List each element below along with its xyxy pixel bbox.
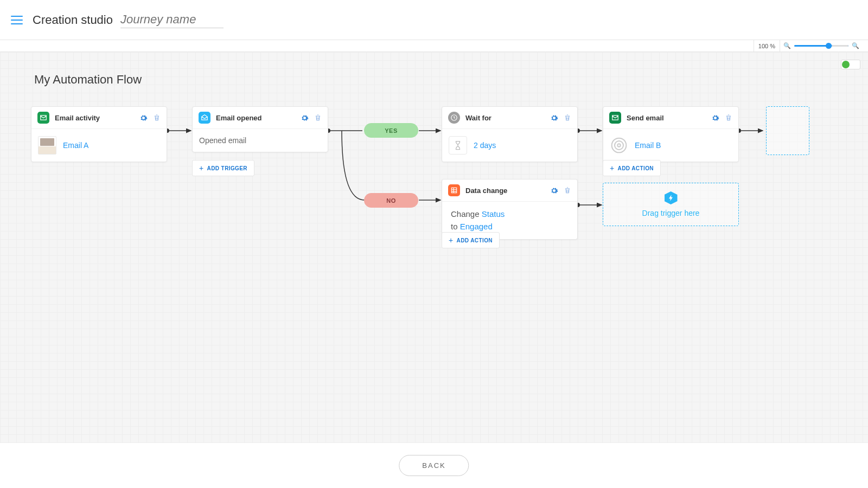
dropzone-trigger[interactable]: Drag trigger here <box>603 183 739 226</box>
svg-point-15 <box>617 144 620 146</box>
node-value[interactable]: Email B <box>635 141 661 150</box>
envelope-icon <box>37 112 49 124</box>
trash-icon[interactable] <box>725 113 732 122</box>
trash-icon[interactable] <box>314 113 322 122</box>
zoom-percent: 100 % <box>754 40 780 52</box>
envelope-icon <box>609 112 621 124</box>
node-title: Wait for <box>465 114 545 122</box>
gear-icon[interactable] <box>550 114 558 122</box>
text-to: to <box>451 222 460 231</box>
zoom-in-icon[interactable]: 🔍 <box>852 42 859 49</box>
zoom-slider[interactable] <box>794 45 848 47</box>
back-button[interactable]: BACK <box>399 455 469 476</box>
add-action-button-2[interactable]: +ADD ACTION <box>442 232 500 248</box>
node-title: Data change <box>465 187 545 195</box>
add-action-button[interactable]: +ADD ACTION <box>603 160 661 176</box>
zoom-bar: 100 % 🔍 🔍 <box>0 40 868 52</box>
spiral-icon <box>610 136 628 155</box>
zoom-control[interactable]: 🔍 🔍 <box>780 42 863 49</box>
journey-name-input[interactable] <box>120 11 224 28</box>
svg-rect-16 <box>451 188 456 192</box>
node-data-change[interactable]: Data change Change Status to Engaged <box>442 179 578 240</box>
node-email-activity[interactable]: Email activity Email A <box>31 106 167 162</box>
node-email-opened[interactable]: Email opened Opened email <box>192 106 328 152</box>
node-wait-for[interactable]: Wait for 2 days <box>442 106 578 162</box>
trash-icon[interactable] <box>564 113 571 122</box>
node-send-email[interactable]: Send email Email B <box>603 106 739 162</box>
branch-no[interactable]: NO <box>364 193 418 208</box>
add-trigger-label: ADD TRIGGER <box>207 165 247 171</box>
add-action-label: ADD ACTION <box>457 237 493 243</box>
plus-icon: + <box>610 164 615 172</box>
text-change: Change <box>451 209 482 219</box>
gear-icon[interactable] <box>301 114 309 122</box>
studio-title: Creation studio <box>33 13 113 27</box>
add-trigger-button[interactable]: +ADD TRIGGER <box>192 160 254 176</box>
lightning-icon <box>665 191 678 204</box>
svg-point-14 <box>615 141 623 150</box>
node-value[interactable]: Email A <box>63 141 88 150</box>
field-status[interactable]: Status <box>482 209 505 219</box>
trash-icon[interactable] <box>153 113 161 122</box>
flow-title: My Automation Flow <box>34 73 142 87</box>
svg-point-13 <box>612 138 627 153</box>
menu-icon[interactable] <box>11 16 23 24</box>
topbar: Creation studio <box>0 0 868 40</box>
node-value: Opened email <box>199 136 246 145</box>
add-action-label: ADD ACTION <box>618 165 654 171</box>
gear-icon[interactable] <box>550 187 558 195</box>
zoom-out-icon[interactable]: 🔍 <box>783 42 791 49</box>
node-value[interactable]: 2 days <box>474 141 496 150</box>
plus-icon: + <box>199 164 204 172</box>
grid-icon <box>448 184 460 196</box>
empty-slot[interactable] <box>766 106 809 155</box>
grid-toggle[interactable] <box>841 60 860 69</box>
node-title: Send email <box>627 114 706 122</box>
plus-icon: + <box>449 236 454 245</box>
node-title: Email opened <box>216 114 295 122</box>
field-engaged[interactable]: Engaged <box>460 222 493 231</box>
gear-icon[interactable] <box>711 114 719 122</box>
node-title: Email activity <box>55 114 134 122</box>
trash-icon[interactable] <box>564 186 571 195</box>
gear-icon[interactable] <box>139 114 148 122</box>
canvas[interactable]: My Automation Flow Email activity <box>0 52 868 443</box>
email-thumbnail-icon <box>38 136 56 155</box>
hourglass-icon <box>449 136 467 155</box>
envelope-open-icon <box>199 112 210 124</box>
branch-yes[interactable]: YES <box>364 123 418 138</box>
dropzone-label: Drag trigger here <box>642 209 700 217</box>
clock-icon <box>448 112 460 124</box>
